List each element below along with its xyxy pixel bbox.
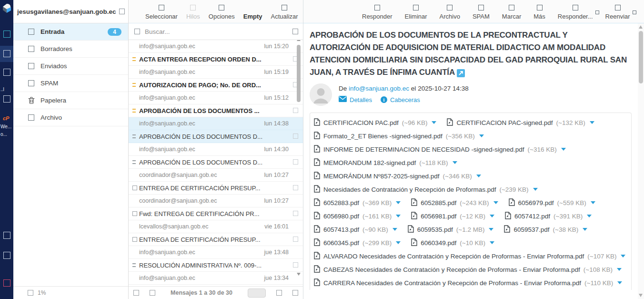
message-row[interactable]: info@sanjuan.gob.eclun 14:30APROBACIÓN D… [129,143,303,169]
rail-settings-icon[interactable] [3,95,10,103]
attachment-item[interactable]: CERTIFICACION PAC.pdf(~96 KB) [314,118,436,127]
message-row[interactable]: info@sanjuan.gob.ecjue 13:48RESOLUCIÓN A… [129,246,303,272]
attachment-name[interactable]: 6056979.pdf [518,199,554,206]
rail-mail-item[interactable] [0,46,13,62]
toolbar-button-reenviar[interactable]: Reenviar [603,5,633,20]
toolbar-button-empty[interactable]: Empty [241,13,265,20]
next-page-icon[interactable] [276,290,282,296]
attachment-item[interactable]: ALVARADO Necesidades de Contratación y R… [314,252,625,261]
attachment-name[interactable]: CERTIFICACION PAC.pdf [323,119,399,126]
attachment-name[interactable]: 6059537.pdf [513,226,549,233]
attachment-name[interactable]: Necesidades de Contratación y Recepción … [323,186,496,193]
attachment-name[interactable]: Formato_2_ET Bienes -signed-signed.pdf [323,133,443,140]
attachment-menu-caret-icon[interactable] [561,148,566,151]
attachment-menu-caret-icon[interactable] [479,134,484,137]
attachment-item[interactable]: Formato_2_ET Bienes -signed-signed.pdf(~… [314,132,484,141]
search-input[interactable]: Buscar... [145,28,288,35]
attachment-menu-caret-icon[interactable] [396,215,401,217]
message-row[interactable]: info@sanjuan.gob.eclun 15:19AUTORIZACION… [129,66,303,92]
attachment-menu-caret-icon[interactable] [587,215,592,217]
message-row[interactable]: coordinador@sanjuan.gob.eclun 10:27ENTRE… [129,169,303,195]
attachment-menu-caret-icon[interactable] [392,228,397,231]
attachment-item[interactable]: CABEZAS Necesidades de Contratación y Re… [314,265,622,274]
attachment-item[interactable]: 6056981.pdf(~12 KB) [411,212,494,221]
cabeceras-link[interactable]: iCabeceras [381,96,420,103]
attachment-name[interactable]: MEMORANDUM 182-signed.pdf [323,159,416,166]
account-header[interactable]: jesusgavilanes@sanjuan.gob.ec [13,0,128,23]
search-bar[interactable]: Buscar... [129,23,303,40]
scroll-down-icon[interactable] [297,273,301,276]
message-row[interactable]: info@sanjuan.gob.ecjue 13:34 [129,272,303,285]
page-number-input[interactable] [248,289,266,298]
attachment-name[interactable]: 6056981.pdf [421,213,456,220]
attachment-name[interactable]: ALVARADO Necesidades de Contratación y R… [323,253,584,260]
attachment-menu-caret-icon[interactable] [617,281,622,284]
attachment-menu-caret-icon[interactable] [490,215,494,217]
toolbar-button-hilos[interactable]: Hilos [184,5,202,20]
attachment-menu-caret-icon[interactable] [396,241,401,244]
attachment-menu-caret-icon[interactable] [396,201,401,204]
open-in-new-window-icon[interactable] [457,69,465,77]
attachment-name[interactable]: CERTIFICACION PAC-signed.pdf [456,119,553,126]
folder-item-spam[interactable]: SPAM [13,75,128,92]
message-row[interactable]: info@sanjuan.gob.eclun 15:12APROBACIÓN D… [129,92,303,117]
attachment-item[interactable]: 6052883.pdf(~369 KB) [314,198,401,207]
toolbar-button-opciones[interactable]: Opciones [206,5,237,20]
attachment-item[interactable]: MEMORÁNDUM Nº857-2025-signed.pdf(~346 KB… [314,172,481,181]
toolbar-button-seleccionar[interactable]: Seleccionar [143,5,180,20]
toolbar-button-eliminar[interactable]: Eliminar [402,5,430,20]
attachment-item[interactable]: 6060349.pdf(~10 KB) [411,238,494,247]
attachment-item[interactable]: MEMORANDUM 182-signed.pdf(~118 KB) [314,158,457,167]
dropdown-caret-icon[interactable] [595,10,599,14]
attachment-menu-caret-icon[interactable] [432,121,436,124]
folder-item-entrada[interactable]: Entrada4 [13,23,128,41]
attachment-menu-caret-icon[interactable] [583,228,587,231]
attachment-menu-caret-icon[interactable] [476,175,481,177]
dropdown-caret-icon[interactable] [633,10,636,14]
reading-scrollbar[interactable] [638,23,644,299]
account-collapse-icon[interactable] [119,9,125,14]
folder-item-borradores[interactable]: Borradores [13,41,128,58]
attachment-item[interactable]: 6052885.pdf(~243 KB) [411,198,498,207]
list-scrollbar[interactable] [296,40,302,286]
message-row[interactable]: coordinador@sanjuan.gob.eclun 10:27Fwd: … [129,195,303,220]
rail-logout-icon[interactable] [3,279,10,287]
reading-scroll-up-icon[interactable] [639,25,643,29]
attachment-item[interactable]: 6057413.pdf(~90 KB) [314,225,397,234]
message-row[interactable]: info@sanjuan.gob.eclun 14:38APROBACIÓN D… [129,117,303,143]
attachment-item[interactable]: 6056980.pdf(~161 KB) [314,212,401,221]
attachment-name[interactable]: 6056980.pdf [323,213,359,220]
attachment-menu-caret-icon[interactable] [489,228,493,231]
attachment-name[interactable]: 6052885.pdf [421,199,456,206]
search-options-icon[interactable] [292,29,298,34]
folder-item-papelera[interactable]: Papelera [13,92,128,109]
scroll-up-icon[interactable] [297,40,301,41]
prev-page-icon[interactable] [150,290,155,296]
attachment-item[interactable]: 6056979.pdf(~559 KB) [509,198,595,207]
message-row[interactable]: lcevallos@sanjuan.gob.ecvie 16:01ENTREGA… [129,220,303,246]
rail-lower-icon-2[interactable] [3,252,10,259]
attachment-name[interactable]: INFORME DE DETERMINACION DE NECESIDAD -s… [323,146,524,153]
attachment-menu-caret-icon[interactable] [590,121,594,124]
attachment-name[interactable]: 6060345.pdf [323,239,359,247]
toolbar-button-archivo[interactable]: Archivo [437,5,463,20]
attachment-item[interactable]: INFORME DE DETERMINACION DE NECESIDAD -s… [314,145,566,154]
attachment-name[interactable]: 6057412.pdf [514,213,550,220]
list-scrollbar-thumb[interactable] [297,45,301,102]
attachment-item[interactable]: Necesidades de Contratación y Recepción … [314,185,538,194]
attachment-menu-caret-icon[interactable] [493,201,498,204]
attachment-menu-caret-icon[interactable] [617,268,622,271]
attachment-menu-caret-icon[interactable] [591,201,595,204]
attachment-name[interactable]: 6052883.pdf [323,199,359,206]
attachment-name[interactable]: MEMORÁNDUM Nº857-2025-signed.pdf [323,173,440,180]
folder-item-archivo[interactable]: Archivo [13,109,128,126]
toolbar-button-marcar[interactable]: Marcar [500,5,523,20]
toolbar-button-ms[interactable]: Más [531,5,548,20]
search-icon[interactable] [134,29,140,34]
reading-scroll-down-icon[interactable] [639,294,643,297]
rail-contacts-icon[interactable] [3,31,10,38]
folder-item-enviados[interactable]: Enviados [13,58,128,75]
attachment-menu-caret-icon[interactable] [621,255,625,258]
attachment-name[interactable]: CARRERA Necesidades de Contratación y Re… [323,279,581,287]
attachment-menu-caret-icon[interactable] [490,241,494,244]
